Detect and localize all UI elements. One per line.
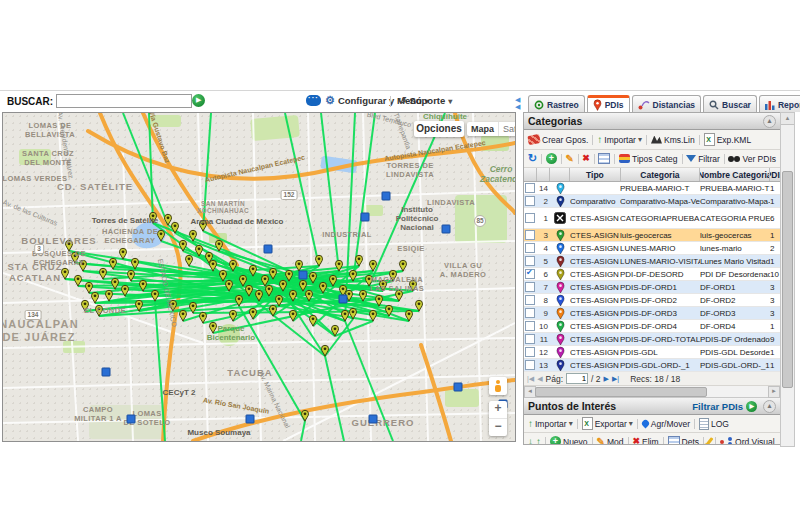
table-row[interactable]: 12CTES-ASIGNPDIS-GDLPDIS-GDL Desordenado…	[524, 346, 780, 359]
export-kml-button[interactable]: Exp.KML	[704, 133, 752, 146]
map-pin[interactable]	[72, 252, 79, 263]
table-row[interactable]: 2ComparativoComparativo-Mapa-VerComparat…	[524, 195, 780, 208]
tab-reportes[interactable]: Reportes	[759, 95, 800, 112]
table-row[interactable]: 6CTES-ASIGNPDI-DF-DESORDPDI DF Desordena…	[524, 268, 780, 281]
page-prev-button[interactable]	[537, 375, 542, 383]
eliminar-pdi-button[interactable]: Elim	[633, 437, 659, 446]
opciones-button[interactable]: Opciones	[414, 121, 464, 137]
importar-pdis-button[interactable]: Importar	[528, 419, 573, 429]
row-checkbox[interactable]	[525, 243, 535, 253]
row-checkbox[interactable]	[525, 321, 535, 331]
details-button[interactable]	[598, 153, 610, 164]
table-row[interactable]: 14PRUEBA-MARIO-TPRUEBA-MARIO-T1	[524, 182, 780, 195]
table-row[interactable]: 7CTES-ASIGNPDIS-DF-ORD1DF-ORD13	[524, 281, 780, 294]
collapse-puntos-button[interactable]	[763, 400, 776, 413]
page-last-button[interactable]	[612, 375, 619, 383]
col-nombre-categoria[interactable]: Nombre Categoria	[700, 168, 770, 181]
row-checkbox[interactable]	[525, 308, 535, 318]
tab-distancias[interactable]: Distancias	[632, 95, 702, 112]
move-up-button[interactable]	[536, 437, 541, 446]
map-pin[interactable]	[370, 310, 377, 321]
row-checkbox[interactable]	[525, 196, 535, 206]
zoom-out-button[interactable]: −	[489, 419, 507, 436]
table-row[interactable]: 9CTES-ASIGNPDIS-DF-ORD3DF-ORD33	[524, 307, 780, 320]
row-checkbox[interactable]	[525, 269, 535, 279]
crear-grupos-button[interactable]: Crear Gpos.	[528, 135, 588, 145]
search-input[interactable]	[56, 94, 192, 108]
agrupar-mover-button[interactable]: Agr/Mover	[642, 419, 690, 429]
table-row[interactable]: 10CTES-ASIGNPDIS-DF-ORD4DF-ORD41	[524, 320, 780, 333]
exportar-pdis-button[interactable]: Exportar	[582, 417, 633, 430]
map-pin[interactable]	[128, 270, 135, 281]
map-pin[interactable]	[336, 260, 343, 271]
limpiar-button[interactable]	[708, 437, 711, 445]
chat-icon[interactable]	[306, 95, 321, 106]
map-pin[interactable]	[302, 410, 309, 421]
table-row[interactable]: 4CTES-ASIGNLUNES-MARIOlunes-mario2	[524, 242, 780, 255]
row-checkbox[interactable]	[525, 282, 535, 292]
hscroll-thumb[interactable]	[535, 387, 707, 397]
map-pin[interactable]	[82, 300, 89, 311]
map-pin[interactable]	[96, 305, 103, 316]
vscroll-up-button[interactable]: ▲	[781, 113, 794, 125]
nuevo-pdi-button[interactable]: Nuevo	[550, 436, 588, 445]
kms-lin-button[interactable]: Kms.Lin	[651, 135, 695, 145]
col-tipo[interactable]: Tipo	[570, 168, 620, 181]
map-pin[interactable]	[316, 255, 323, 266]
panel-collapse-handle[interactable]: ◀◀	[515, 96, 523, 112]
importar-categorias-button[interactable]: Importar	[597, 135, 642, 145]
soporte-menu-button[interactable]: Soporte	[398, 95, 452, 106]
row-checkbox[interactable]	[525, 230, 535, 240]
row-checkbox[interactable]	[525, 183, 535, 193]
map-pin[interactable]	[150, 212, 157, 223]
add-categoria-button[interactable]	[546, 153, 557, 164]
table-row[interactable]: 3CTES-ASIGNluis-geocercasluis-geocercas1	[524, 229, 780, 242]
row-checkbox[interactable]	[525, 334, 535, 344]
map-pin[interactable]	[75, 275, 82, 286]
map-pin[interactable]	[190, 302, 197, 313]
page-input[interactable]	[566, 373, 588, 384]
map-pin[interactable]	[100, 268, 107, 279]
col-icon[interactable]	[550, 168, 571, 181]
refresh-button[interactable]	[528, 153, 537, 164]
map-pin[interactable]	[92, 292, 99, 303]
tab-rastreo[interactable]: Rastreo	[528, 95, 585, 112]
hscroll-right-button[interactable]: ►	[768, 386, 780, 398]
page-first-button[interactable]	[527, 375, 534, 383]
orden-visual-button[interactable]: Ord.Visual	[720, 437, 775, 446]
row-checkbox[interactable]	[525, 360, 535, 370]
vscroll-thumb[interactable]	[782, 171, 793, 388]
log-button[interactable]: LOG	[699, 418, 729, 430]
filtrar-button[interactable]: Filtrar	[686, 154, 720, 164]
tab-buscar[interactable]: Buscar	[703, 95, 757, 112]
delete-categoria-button[interactable]	[582, 154, 590, 163]
map-pin[interactable]	[200, 220, 207, 231]
map-pin[interactable]	[186, 255, 193, 266]
map-canvas[interactable]: LOMAS DEBELLAVISTASANTA CRUZDEL MONTELOM…	[2, 112, 516, 442]
modificar-pdi-button[interactable]: Mod	[597, 437, 624, 446]
map-pin[interactable]	[410, 280, 417, 291]
search-go-button[interactable]	[192, 94, 205, 107]
row-checkbox[interactable]	[525, 347, 535, 357]
move-down-button[interactable]	[528, 437, 533, 446]
table-row[interactable]: 5CTES-ASIGNLUNES-MARIO-VISITADOLunes Mar…	[524, 255, 780, 268]
satelite-button[interactable]: Satélite	[498, 122, 516, 136]
zoom-in-button[interactable]: +	[489, 401, 507, 418]
map-pin[interactable]	[416, 300, 423, 311]
map-pin[interactable]	[86, 282, 93, 293]
map-pin[interactable]	[80, 260, 87, 271]
tab-pdis[interactable]: PDIs	[587, 95, 630, 112]
tipos-categ-button[interactable]: Tipos Categ	[619, 154, 678, 164]
ver-pdis-button[interactable]: Ver PDIs	[728, 154, 776, 164]
map-pin[interactable]	[390, 270, 397, 281]
pegman-control[interactable]	[489, 377, 507, 395]
filtrar-pdis-button[interactable]: Filtrar PDIs	[692, 401, 757, 412]
col-categoria[interactable]: Categoria	[621, 168, 701, 181]
detalles-pdi-button[interactable]: Dets	[668, 436, 699, 445]
row-checkbox[interactable]	[525, 295, 535, 305]
row-checkbox[interactable]	[525, 256, 535, 266]
map-pin[interactable]	[400, 260, 407, 271]
mapa-button[interactable]: Mapa	[467, 122, 498, 136]
page-next-button[interactable]	[604, 375, 609, 383]
collapse-categorias-button[interactable]	[763, 115, 776, 128]
